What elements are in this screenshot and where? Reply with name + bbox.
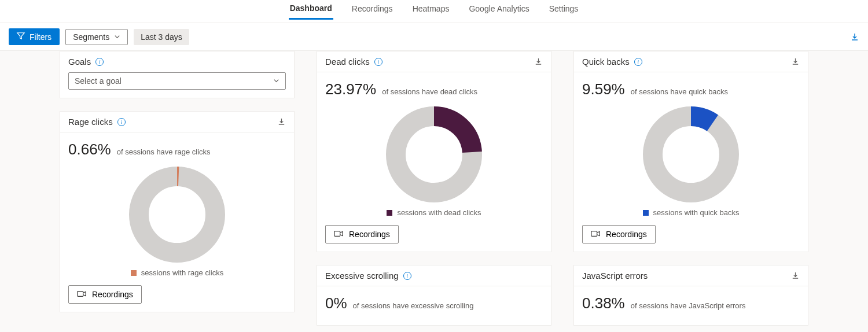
legend-swatch [131,270,137,276]
segments-label: Segments [73,32,109,42]
info-icon[interactable]: i [374,58,382,66]
card-title: JavaScript errors [582,271,648,281]
metric-desc: of sessions have rage clicks [117,147,211,156]
tab-settings[interactable]: Settings [548,4,580,19]
filter-icon [17,32,25,42]
card-excessive-scrolling: Excessive scrolling i 0% of sessions hav… [317,265,551,326]
recordings-label: Recordings [606,230,647,239]
svg-point-6 [653,116,729,193]
legend-quick: sessions with quick backs [582,208,800,217]
card-header-goals: Goals i [60,51,294,67]
dashboard-grid: Goals i Select a goal Rage clicks i [0,51,868,326]
legend-rage: sessions with rage clicks [68,268,286,277]
date-range-button[interactable]: Last 3 days [134,29,189,45]
tab-google-analytics[interactable]: Google Analytics [468,4,530,19]
goal-select[interactable]: Select a goal [68,72,286,90]
chevron-down-icon [273,76,279,86]
filters-button[interactable]: Filters [9,28,60,45]
col-3: Quick backs i 9.59% of sessions have qui… [573,51,808,326]
card-header-scroll: Excessive scrolling i [317,265,551,286]
download-icon[interactable] [277,117,286,126]
col-2: Dead clicks i 23.97% of sessions have de… [317,51,551,326]
download-icon[interactable] [850,32,859,42]
card-goals: Goals i Select a goal [60,51,295,98]
legend-label: sessions with rage clicks [141,268,223,277]
tab-heatmaps[interactable]: Heatmaps [411,4,451,19]
info-icon[interactable]: i [403,272,411,280]
card-header-dead: Dead clicks i [317,51,551,72]
legend-swatch [387,210,392,216]
card-rage-clicks: Rage clicks i 0.66% of sessions have rag… [60,111,295,312]
download-icon[interactable] [791,57,800,66]
recordings-label: Recordings [349,230,390,239]
donut-dead [325,103,543,208]
metric-desc: of sessions have quick backs [631,87,728,96]
legend-swatch [643,210,649,216]
metric-value: 9.59% [582,80,625,98]
card-header-rage: Rage clicks i [60,112,294,132]
donut-rage [68,163,286,268]
card-title: Quick backs [582,57,630,67]
filters-label: Filters [30,32,52,42]
recordings-button[interactable]: Recordings [582,225,656,244]
download-icon[interactable] [791,271,800,280]
card-title: Excessive scrolling [325,271,399,281]
metric-desc: of sessions have excessive scrolling [353,301,474,310]
donut-quick [582,103,800,208]
recordings-button[interactable]: Recordings [68,285,142,304]
svg-rect-2 [78,292,83,297]
svg-point-0 [139,176,215,253]
recordings-button[interactable]: Recordings [325,225,399,244]
tab-dashboard[interactable]: Dashboard [289,3,333,20]
legend-label: sessions with dead clicks [397,208,481,217]
download-icon[interactable] [534,57,543,66]
card-title: Goals [68,57,91,67]
metric-desc: of sessions have dead clicks [382,87,477,96]
card-dead-clicks: Dead clicks i 23.97% of sessions have de… [317,51,551,252]
metric-value: 23.97% [325,80,376,98]
metric-value: 0.66% [68,141,111,158]
chevron-down-icon [114,32,120,42]
segments-button[interactable]: Segments [65,29,128,45]
recordings-label: Recordings [92,290,133,299]
info-icon[interactable]: i [634,58,642,66]
toolbar: Filters Segments Last 3 days [0,23,868,51]
camera-icon [591,230,600,239]
top-nav-tabs: Dashboard Recordings Heatmaps Google Ana… [0,0,868,23]
svg-rect-8 [591,231,597,237]
metric-value: 0.38% [582,294,625,312]
camera-icon [334,230,343,239]
card-title: Dead clicks [325,57,370,67]
metric-value: 0% [325,294,347,312]
card-title: Rage clicks [68,117,113,127]
goal-placeholder: Select a goal [75,76,122,86]
card-header-jserr: JavaScript errors [574,265,808,286]
col-1: Goals i Select a goal Rage clicks i [60,51,295,312]
card-header-quick: Quick backs i [574,51,808,72]
info-icon[interactable]: i [95,58,104,66]
legend-dead: sessions with dead clicks [325,208,543,217]
legend-label: sessions with quick backs [653,208,740,217]
svg-rect-5 [334,231,340,237]
metric-desc: of sessions have JavaScript errors [631,301,746,310]
tab-recordings[interactable]: Recordings [351,4,394,19]
card-js-errors: JavaScript errors 0.38% of sessions have… [573,265,808,326]
card-quick-backs: Quick backs i 9.59% of sessions have qui… [573,51,808,252]
info-icon[interactable]: i [117,118,126,126]
camera-icon [77,290,86,299]
